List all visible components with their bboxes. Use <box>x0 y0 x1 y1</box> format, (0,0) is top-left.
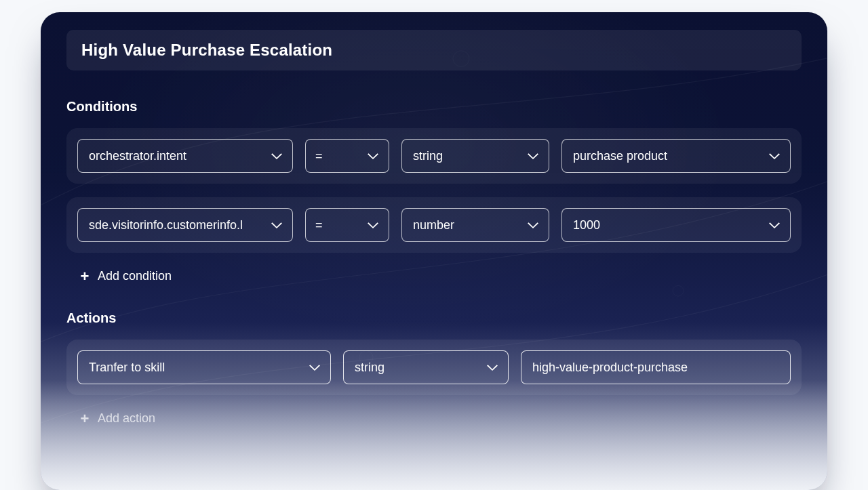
condition-operator-select[interactable]: = <box>305 208 389 242</box>
chevron-down-icon <box>309 363 321 371</box>
chevron-down-icon <box>486 363 498 371</box>
rule-editor-panel: High Value Purchase Escalation Condition… <box>41 12 827 490</box>
conditions-section-label: Conditions <box>66 99 802 115</box>
condition-operator-select[interactable]: = <box>305 139 389 173</box>
action-value-type-select[interactable]: string <box>343 350 509 384</box>
condition-attribute-select[interactable]: sde.visitorinfo.customerinfo.l <box>77 208 293 242</box>
condition-type-value: string <box>413 149 520 163</box>
condition-value-text: 1000 <box>573 218 762 232</box>
chevron-down-icon <box>271 152 283 160</box>
plus-icon: + <box>79 270 91 283</box>
action-value-input[interactable]: high-value-product-purchase <box>521 350 791 384</box>
condition-value-text: purchase product <box>573 149 762 163</box>
condition-attribute-value: sde.visitorinfo.customerinfo.l <box>89 218 264 232</box>
condition-attribute-select[interactable]: orchestrator.intent <box>77 139 293 173</box>
condition-operator-value: = <box>315 218 360 232</box>
action-value-type: string <box>355 361 479 375</box>
add-condition-button[interactable]: + Add condition <box>66 266 802 283</box>
condition-type-select[interactable]: string <box>401 139 549 173</box>
condition-attribute-value: orchestrator.intent <box>89 149 264 163</box>
rule-title: High Value Purchase Escalation <box>81 41 787 60</box>
condition-value-select[interactable]: 1000 <box>561 208 791 242</box>
svg-point-2 <box>673 285 684 296</box>
condition-type-value: number <box>413 218 520 232</box>
chevron-down-icon <box>367 221 379 229</box>
action-type-select[interactable]: Tranfer to skill <box>77 350 331 384</box>
chevron-down-icon <box>768 221 781 229</box>
action-type-value: Tranfer to skill <box>89 361 302 375</box>
chevron-down-icon <box>768 152 781 160</box>
condition-operator-value: = <box>315 149 360 163</box>
action-value-text: high-value-product-purchase <box>532 361 779 375</box>
condition-value-select[interactable]: purchase product <box>561 139 791 173</box>
actions-section: Actions Tranfer to skill string high-val… <box>66 310 802 426</box>
rule-title-bar[interactable]: High Value Purchase Escalation <box>66 30 802 70</box>
chevron-down-icon <box>367 152 379 160</box>
add-action-button[interactable]: + Add action <box>66 409 802 426</box>
add-action-label: Add action <box>98 411 155 426</box>
action-row: Tranfer to skill string high-value-produ… <box>66 340 802 395</box>
condition-row: orchestrator.intent = string purchase pr… <box>66 128 802 184</box>
add-condition-label: Add condition <box>98 269 172 283</box>
condition-type-select[interactable]: number <box>401 208 549 242</box>
plus-icon: + <box>79 413 91 425</box>
chevron-down-icon <box>527 152 539 160</box>
chevron-down-icon <box>527 221 539 229</box>
actions-section-label: Actions <box>66 310 802 326</box>
condition-row: sde.visitorinfo.customerinfo.l = number … <box>66 197 802 253</box>
chevron-down-icon <box>271 221 283 229</box>
